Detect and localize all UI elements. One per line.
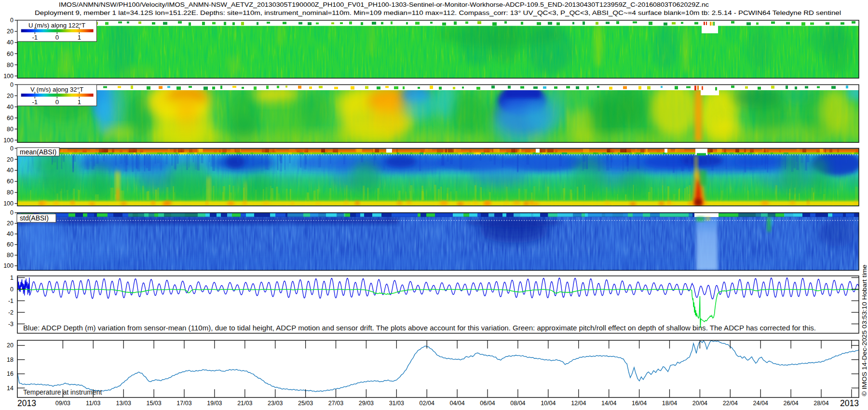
svg-text:100: 100	[3, 137, 14, 144]
svg-text:40: 40	[7, 39, 14, 46]
svg-text:15/03: 15/03	[146, 400, 161, 407]
svg-text:16/04: 16/04	[632, 400, 647, 407]
svg-text:0: 0	[10, 209, 14, 216]
svg-text:12/04: 12/04	[571, 400, 586, 407]
svg-text:0: 0	[55, 34, 59, 41]
svg-text:80: 80	[7, 126, 14, 133]
svg-text:Blue: ADCP Depth (m) variation: Blue: ADCP Depth (m) variation from sens…	[23, 324, 816, 332]
svg-text:0: 0	[10, 286, 14, 293]
svg-text:-1: -1	[32, 98, 38, 106]
svg-text:60: 60	[7, 51, 14, 57]
svg-text:2013: 2013	[840, 398, 859, 408]
svg-text:31/03: 31/03	[389, 400, 404, 407]
svg-text:29/03: 29/03	[359, 400, 374, 407]
svg-text:06/04: 06/04	[480, 400, 495, 407]
svg-text:-1: -1	[8, 298, 14, 304]
svg-text:mean(ABSI): mean(ABSI)	[20, 148, 56, 156]
svg-text:0: 0	[55, 98, 59, 106]
svg-text:26/04: 26/04	[783, 400, 798, 407]
svg-text:80: 80	[7, 252, 14, 259]
svg-text:40: 40	[7, 167, 14, 174]
svg-text:10/04: 10/04	[541, 400, 556, 407]
svg-text:std(ABSI): std(ABSI)	[20, 214, 49, 222]
svg-text:20: 20	[7, 220, 14, 227]
svg-text:27/03: 27/03	[328, 400, 343, 407]
svg-text:1: 1	[10, 274, 14, 281]
svg-text:2013: 2013	[17, 398, 36, 408]
svg-text:17/03: 17/03	[176, 400, 191, 407]
svg-text:14/04: 14/04	[601, 400, 616, 407]
svg-text:40: 40	[7, 231, 14, 237]
svg-text:16: 16	[7, 370, 14, 377]
svg-text:0: 0	[10, 82, 14, 88]
svg-text:19/03: 19/03	[207, 400, 222, 407]
svg-text:20: 20	[7, 342, 14, 349]
svg-text:18/04: 18/04	[662, 400, 677, 407]
svg-text:1: 1	[78, 34, 81, 41]
svg-text:08/04: 08/04	[510, 400, 525, 407]
svg-text:60: 60	[7, 115, 14, 122]
svg-text:13/03: 13/03	[116, 400, 131, 407]
svg-text:20: 20	[7, 28, 14, 35]
svg-text:60: 60	[7, 241, 14, 248]
svg-text:18: 18	[7, 356, 14, 363]
svg-text:1: 1	[78, 98, 81, 106]
svg-text:40: 40	[7, 104, 14, 110]
svg-text:09/03: 09/03	[55, 400, 70, 407]
svg-text:20: 20	[7, 93, 14, 99]
svg-text:80: 80	[7, 189, 14, 196]
svg-text:22/04: 22/04	[723, 400, 738, 407]
svg-text:© IMOS 14-Dec-2025 03:53:10 Ho: © IMOS 14-Dec-2025 03:53:10 Hobart time	[861, 264, 868, 396]
svg-text:04/04: 04/04	[449, 400, 464, 407]
svg-text:-1: -1	[32, 34, 38, 41]
svg-text:-2: -2	[8, 309, 14, 316]
svg-text:80: 80	[7, 62, 14, 68]
svg-text:25/03: 25/03	[298, 400, 313, 407]
svg-text:100: 100	[3, 200, 14, 207]
svg-text:21/03: 21/03	[237, 400, 252, 407]
svg-text:24/04: 24/04	[753, 400, 768, 407]
svg-text:11/03: 11/03	[86, 400, 100, 407]
svg-text:100: 100	[3, 73, 14, 80]
svg-text:28/04: 28/04	[814, 400, 828, 407]
svg-text:IMOS/ANMN/NSW/PH100/Velocity/I: IMOS/ANMN/NSW/PH100/Velocity/IMOS_ANMN-N…	[59, 1, 709, 8]
svg-text:02/04: 02/04	[420, 400, 434, 407]
svg-text:100: 100	[3, 262, 14, 269]
svg-text:14: 14	[7, 385, 14, 392]
svg-text:-3: -3	[8, 321, 14, 328]
svg-text:23/03: 23/03	[268, 400, 283, 407]
svg-text:0: 0	[10, 17, 14, 24]
svg-text:Deployment 9, member 1 lat=34.: Deployment 9, member 1 lat=34.12S lon=15…	[35, 9, 841, 16]
svg-text:20/04: 20/04	[692, 400, 707, 407]
svg-text:60: 60	[7, 178, 14, 185]
svg-text:20: 20	[7, 156, 14, 163]
svg-text:0: 0	[10, 145, 14, 152]
